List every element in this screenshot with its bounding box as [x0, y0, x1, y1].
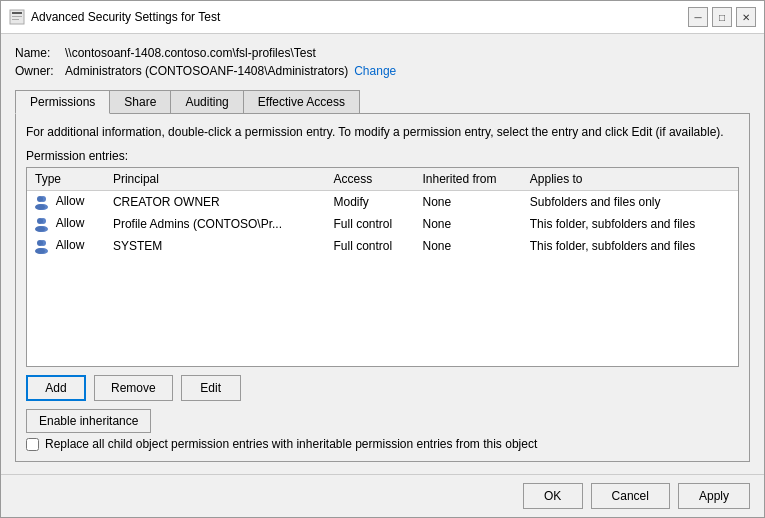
ok-button[interactable]: OK: [523, 483, 583, 509]
col-type: Type: [27, 168, 105, 191]
bottom-bar: OK Cancel Apply: [1, 474, 764, 517]
name-value: \\contosoanf-1408.contoso.com\fsl-profil…: [65, 46, 316, 60]
replace-checkbox-row: Replace all child object permission entr…: [26, 437, 739, 451]
row0-type: Allow: [27, 190, 105, 213]
col-principal: Principal: [105, 168, 326, 191]
enable-inheritance-container: Enable inheritance: [26, 409, 739, 433]
tab-panel-permissions: For additional information, double-click…: [15, 113, 750, 462]
owner-row: Owner: Administrators (CONTOSOANF-1408\A…: [15, 64, 750, 78]
window-title: Advanced Security Settings for Test: [31, 10, 688, 24]
maximize-button[interactable]: □: [712, 7, 732, 27]
add-button[interactable]: Add: [26, 375, 86, 401]
col-inherited-from: Inherited from: [414, 168, 521, 191]
window-controls: ─ □ ✕: [688, 7, 756, 27]
tab-effective-access[interactable]: Effective Access: [243, 90, 360, 114]
svg-point-11: [35, 226, 45, 232]
row0-applies-to: Subfolders and files only: [522, 190, 738, 213]
row1-principal: Profile Admins (CONTOSO\Pr...: [105, 213, 326, 235]
table-row[interactable]: Allow CREATOR OWNER Modify None Subfolde…: [27, 190, 738, 213]
user-icon: [35, 216, 51, 232]
row2-type: Allow: [27, 235, 105, 257]
row1-applies-to: This folder, subfolders and files: [522, 213, 738, 235]
row1-inherited: None: [414, 213, 521, 235]
svg-point-10: [37, 218, 43, 224]
svg-point-15: [35, 248, 45, 254]
apply-button[interactable]: Apply: [678, 483, 750, 509]
description-text: For additional information, double-click…: [26, 124, 739, 141]
tab-permissions[interactable]: Permissions: [15, 90, 110, 114]
replace-permissions-label: Replace all child object permission entr…: [45, 437, 537, 451]
row0-access: Modify: [326, 190, 415, 213]
name-label: Name:: [15, 46, 65, 60]
svg-rect-1: [12, 12, 22, 14]
close-button[interactable]: ✕: [736, 7, 756, 27]
col-access: Access: [326, 168, 415, 191]
table-header-row: Type Principal Access Inherited from App…: [27, 168, 738, 191]
remove-button[interactable]: Remove: [94, 375, 173, 401]
svg-point-14: [37, 240, 43, 246]
row2-applies-to: This folder, subfolders and files: [522, 235, 738, 257]
owner-label: Owner:: [15, 64, 65, 78]
permissions-table-container: Type Principal Access Inherited from App…: [26, 167, 739, 367]
svg-rect-3: [12, 19, 19, 20]
action-buttons: Add Remove Edit: [26, 375, 739, 401]
row0-principal: CREATOR OWNER: [105, 190, 326, 213]
user-icon: [35, 194, 51, 210]
permission-entries-label: Permission entries:: [26, 149, 739, 163]
name-row: Name: \\contosoanf-1408.contoso.com\fsl-…: [15, 46, 750, 60]
row2-access: Full control: [326, 235, 415, 257]
replace-permissions-checkbox[interactable]: [26, 438, 39, 451]
row1-type: Allow: [27, 213, 105, 235]
row0-inherited: None: [414, 190, 521, 213]
tab-share[interactable]: Share: [109, 90, 171, 114]
owner-value: Administrators (CONTOSOANF-1408\Administ…: [65, 64, 348, 78]
row2-inherited: None: [414, 235, 521, 257]
minimize-button[interactable]: ─: [688, 7, 708, 27]
table-row[interactable]: Allow Profile Admins (CONTOSO\Pr... Full…: [27, 213, 738, 235]
row1-access: Full control: [326, 213, 415, 235]
cancel-button[interactable]: Cancel: [591, 483, 670, 509]
svg-point-7: [35, 204, 45, 210]
title-bar: Advanced Security Settings for Test ─ □ …: [1, 1, 764, 34]
row2-principal: SYSTEM: [105, 235, 326, 257]
content-area: Name: \\contosoanf-1408.contoso.com\fsl-…: [1, 34, 764, 474]
user-icon: [35, 238, 51, 254]
col-applies-to: Applies to: [522, 168, 738, 191]
window-icon: [9, 9, 25, 25]
enable-inheritance-button[interactable]: Enable inheritance: [26, 409, 151, 433]
permissions-table: Type Principal Access Inherited from App…: [27, 168, 738, 257]
svg-point-6: [37, 196, 43, 202]
edit-button[interactable]: Edit: [181, 375, 241, 401]
tab-auditing[interactable]: Auditing: [170, 90, 243, 114]
table-row[interactable]: Allow SYSTEM Full control None This fold…: [27, 235, 738, 257]
tab-bar: Permissions Share Auditing Effective Acc…: [15, 90, 750, 114]
main-window: Advanced Security Settings for Test ─ □ …: [0, 0, 765, 518]
change-owner-link[interactable]: Change: [354, 64, 396, 78]
svg-rect-2: [12, 16, 22, 17]
